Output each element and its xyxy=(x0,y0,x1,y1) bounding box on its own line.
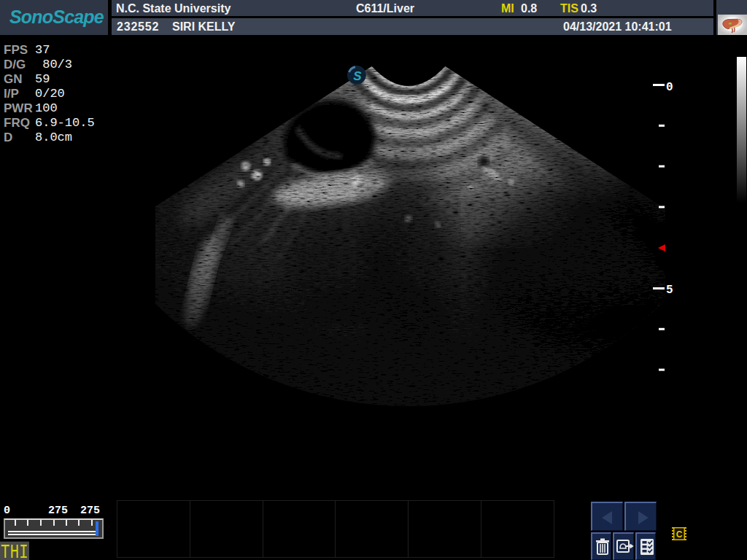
svg-text:S: S xyxy=(353,69,362,83)
svg-text:0: 0 xyxy=(666,81,673,94)
svg-text:C: C xyxy=(676,529,683,540)
svg-text:5: 5 xyxy=(666,284,673,297)
